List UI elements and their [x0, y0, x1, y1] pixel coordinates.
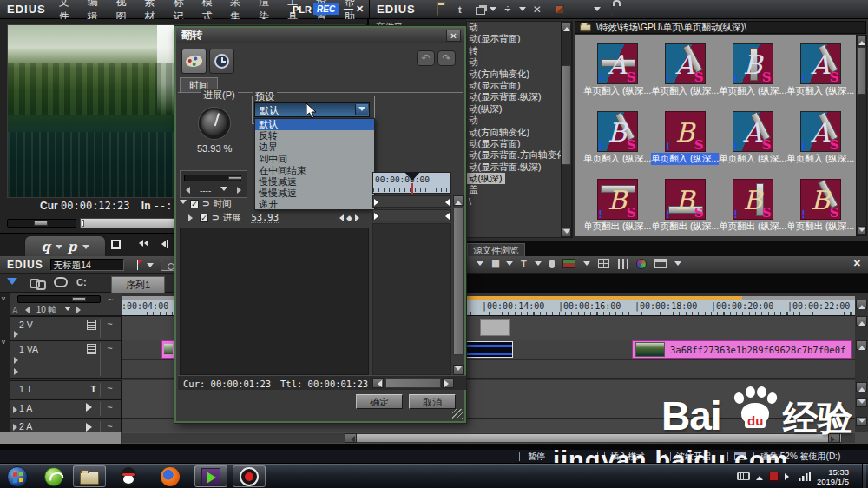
- trim-mode-icon[interactable]: ▮▮: [491, 258, 498, 269]
- loop-icon[interactable]: [54, 277, 68, 287]
- dialog-titlebar[interactable]: 翻转: [176, 28, 464, 43]
- chevron-down-icon[interactable]: [674, 261, 681, 269]
- kf-hscroll-thumb[interactable]: [385, 378, 441, 388]
- taskbar-clock[interactable]: 15:33 2019/1/5: [817, 467, 856, 486]
- network-icon[interactable]: [799, 472, 811, 481]
- effect-list-scrollbar[interactable]: [561, 21, 572, 238]
- firefox-icon[interactable]: [156, 465, 184, 487]
- wave-button[interactable]: ~: [108, 294, 113, 305]
- qq-icon[interactable]: [115, 465, 142, 487]
- track-header-1t[interactable]: 1 T T ~: [10, 380, 122, 399]
- source-browser-tab[interactable]: 源文件浏览: [467, 243, 525, 256]
- title-tool-icon[interactable]: T: [521, 259, 527, 269]
- effect-item[interactable]: \: [467, 196, 572, 208]
- effect-item[interactable]: 动(方向轴变化): [467, 127, 572, 138]
- effect-item[interactable]: 动: [467, 56, 572, 68]
- redo-icon[interactable]: ↷: [437, 50, 456, 66]
- recorder-icon[interactable]: [233, 465, 266, 487]
- cancel-button[interactable]: 取消: [409, 394, 456, 409]
- keyframe-row-progress[interactable]: [372, 209, 451, 221]
- effect-item[interactable]: 动(显示背面.方向轴变化): [467, 149, 572, 161]
- show-desktop-button[interactable]: [862, 464, 866, 488]
- marker-flag-icon[interactable]: [136, 260, 147, 270]
- scroll-up-icon[interactable]: [856, 316, 867, 326]
- scale-prev-icon[interactable]: [22, 307, 30, 313]
- duration-prev-icon[interactable]: [182, 187, 190, 194]
- transition-thumb[interactable]: A 单页翻入 (纵深...: [651, 43, 719, 97]
- effect-item[interactable]: 转: [467, 45, 572, 56]
- scroll-up-icon[interactable]: [856, 340, 867, 350]
- start-button[interactable]: [3, 465, 31, 487]
- preset-option[interactable]: 慢慢减速: [255, 188, 374, 199]
- keyframe-ruler[interactable]: 00:00:00:00: [372, 172, 451, 194]
- transition-thumb[interactable]: B 单页翻入 (纵深...: [719, 43, 786, 97]
- tray-expand-icon[interactable]: [756, 472, 763, 480]
- browser-360-icon[interactable]: [40, 465, 68, 487]
- position-handle[interactable]: [82, 220, 84, 227]
- resize-grip[interactable]: [452, 409, 463, 419]
- track-expand-icon[interactable]: [14, 368, 22, 375]
- frame-scale-value[interactable]: 10 帧: [36, 304, 57, 316]
- preset-option[interactable]: 反转: [255, 130, 374, 142]
- kf-scroll-thumb[interactable]: [453, 208, 464, 355]
- loop-toggle-icon[interactable]: [202, 199, 209, 208]
- transition-thumb[interactable]: A 单页翻入 (纵深...: [583, 43, 651, 97]
- mixer-icon[interactable]: [617, 259, 628, 269]
- voiceover-icon[interactable]: [549, 260, 555, 268]
- divide-dropdown-icon[interactable]: [519, 7, 526, 15]
- time-page-button[interactable]: [209, 49, 234, 74]
- preset-option-selected[interactable]: 默认: [255, 119, 374, 130]
- effect-item[interactable]: 动(方向轴变化): [467, 69, 572, 80]
- loop-toggle-icon[interactable]: [212, 213, 219, 222]
- thumbnail-scrollbar[interactable]: [856, 35, 867, 236]
- tree-collapse-icon[interactable]: [180, 200, 187, 208]
- chevron-down-icon[interactable]: [506, 261, 513, 269]
- keyboard-tray-icon[interactable]: [737, 472, 750, 480]
- timeline-close-icon[interactable]: ✕: [853, 258, 861, 269]
- tree-row-progress[interactable]: 进展 53.93 ◆: [188, 212, 363, 223]
- keyframe-graph-area[interactable]: [180, 228, 369, 375]
- hscroll-right-icon[interactable]: [828, 433, 840, 443]
- edius-taskbar-icon[interactable]: [194, 465, 227, 487]
- duration-slider[interactable]: [184, 175, 241, 181]
- close-button[interactable]: ✕: [352, 3, 367, 15]
- tree-expand-icon[interactable]: [188, 214, 196, 221]
- duplicate-icon[interactable]: [476, 7, 485, 15]
- transition-thumb[interactable]: B 单页翻出 (纵深...: [583, 179, 651, 233]
- export-icon[interactable]: [562, 259, 575, 268]
- prev-frame-icon[interactable]: [158, 240, 168, 248]
- scroll-up-icon[interactable]: [856, 382, 867, 392]
- scroll-down-icon[interactable]: [856, 417, 867, 426]
- effect-item[interactable]: 动(显示背面.纵深): [467, 162, 572, 173]
- clip-fragment[interactable]: [161, 340, 174, 359]
- transition-thumb[interactable]: B 单页翻入 (纵深...: [583, 111, 651, 165]
- transition-thumb[interactable]: B 单页翻出 (纵深...: [719, 179, 786, 233]
- effect-list[interactable]: 动 动(显示背面) 转 动 动(方向轴变化) 动(显示背面) 动(显示背面.纵深…: [466, 21, 573, 238]
- chevron-down-icon[interactable]: [535, 261, 542, 269]
- view-mode-icon[interactable]: [575, 3, 589, 16]
- sync-point-icon[interactable]: [7, 278, 17, 292]
- preset-dropdown-list[interactable]: 默认 反转 边界 到中间 在中间结束 慢慢减速 慢慢减速 递升: [254, 118, 375, 210]
- track-wave-button[interactable]: ~: [100, 319, 119, 338]
- delete-icon[interactable]: ✕: [530, 3, 544, 16]
- volume-icon[interactable]: [785, 473, 792, 480]
- scale-next-icon[interactable]: [76, 307, 84, 313]
- combo-arrow-button[interactable]: [355, 104, 368, 115]
- lock-icon[interactable]: [605, 3, 619, 16]
- rewind-icon[interactable]: [135, 240, 148, 247]
- sequence-title-field[interactable]: 无标题14: [50, 259, 124, 271]
- new-folder-icon[interactable]: [431, 3, 444, 16]
- scroll-down-icon[interactable]: [856, 398, 867, 407]
- marker-dropdown-icon[interactable]: [147, 263, 154, 271]
- effect-item[interactable]: 动(显示背面): [467, 80, 572, 91]
- duplicate-dropdown-icon[interactable]: [490, 7, 496, 15]
- sequence-tab[interactable]: 序列1: [111, 276, 165, 293]
- tree-row-time[interactable]: 时间: [180, 198, 231, 209]
- mark-in-icon[interactable]: q: [42, 239, 51, 254]
- track-header-2v[interactable]: 2 V ~: [10, 316, 122, 340]
- dialog-close-button[interactable]: ✕: [446, 30, 461, 42]
- effect-item[interactable]: 动: [467, 115, 572, 126]
- track-wave-button[interactable]: ~: [100, 343, 119, 376]
- color-icon[interactable]: [553, 3, 567, 16]
- transition-thumb[interactable]: B 单页翻出 (纵深...: [651, 179, 719, 233]
